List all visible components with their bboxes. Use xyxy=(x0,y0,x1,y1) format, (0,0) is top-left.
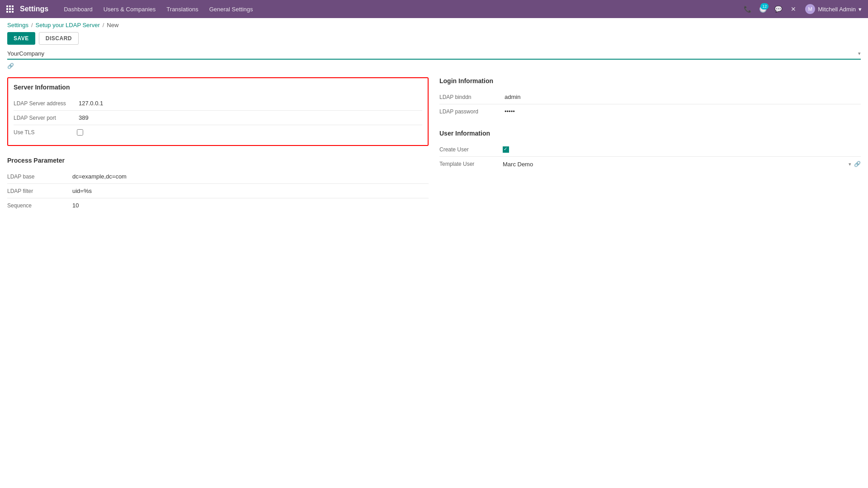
user-menu[interactable]: M Mitchell Admin ▾ xyxy=(802,3,864,15)
ldap-server-address-label: LDAP Server address xyxy=(14,100,77,107)
sequence-row: Sequence xyxy=(7,198,429,213)
clock-badge: 12 xyxy=(760,3,769,9)
close-icon[interactable]: ✕ xyxy=(787,3,800,15)
right-column: Login Information LDAP binddn LDAP passw… xyxy=(439,77,861,224)
discard-button[interactable]: DISCARD xyxy=(39,32,79,45)
ldap-password-label: LDAP password xyxy=(439,108,503,115)
svg-rect-5 xyxy=(12,8,14,10)
left-column: Server Information LDAP Server address L… xyxy=(7,77,429,224)
sequence-input[interactable] xyxy=(71,201,429,210)
company-dropdown-arrow[interactable]: ▾ xyxy=(858,51,861,56)
template-user-label: Template User xyxy=(439,161,503,167)
ldap-binddn-row: LDAP binddn xyxy=(439,90,861,104)
ldap-filter-label: LDAP filter xyxy=(7,188,71,194)
user-name: Mitchell Admin xyxy=(818,6,856,13)
ldap-binddn-input[interactable] xyxy=(503,93,861,102)
ldap-base-input[interactable] xyxy=(71,172,429,181)
sequence-label: Sequence xyxy=(7,202,71,209)
use-tls-row: Use TLS xyxy=(14,125,422,140)
ldap-base-row: LDAP base xyxy=(7,169,429,184)
svg-rect-6 xyxy=(6,11,8,13)
nav-users-companies[interactable]: Users & Companies xyxy=(99,4,160,14)
breadcrumb-current: New xyxy=(107,22,118,28)
phone-icon[interactable]: 📞 xyxy=(741,3,754,15)
ldap-server-port-input[interactable] xyxy=(77,113,422,122)
nav-translations[interactable]: Translations xyxy=(162,4,203,14)
company-selector-row: YourCompany ▾ xyxy=(7,50,861,60)
svg-rect-8 xyxy=(12,11,14,13)
svg-rect-3 xyxy=(6,8,8,10)
topnav-right-actions: 📞 🕐 12 💬 ✕ M Mitchell Admin ▾ xyxy=(741,3,864,15)
create-user-checkbox[interactable] xyxy=(503,146,509,153)
breadcrumb-setup[interactable]: Setup your LDAP Server xyxy=(36,22,100,28)
ldap-server-port-label: LDAP Server port xyxy=(14,115,77,121)
user-info-title: User Information xyxy=(439,130,861,137)
ldap-binddn-label: LDAP binddn xyxy=(439,94,503,100)
ldap-filter-input[interactable] xyxy=(71,187,429,196)
template-user-dropdown-arrow[interactable]: ▾ xyxy=(849,161,851,167)
action-bar: SAVE DISCARD xyxy=(0,30,868,50)
user-information-section: User Information Create User Template Us… xyxy=(439,130,861,171)
chat-icon[interactable]: 💬 xyxy=(772,3,784,15)
create-user-row: Create User xyxy=(439,142,861,157)
template-user-value: Marc Demo xyxy=(503,161,846,168)
use-tls-label: Use TLS xyxy=(14,129,77,136)
ldap-base-label: LDAP base xyxy=(7,174,71,180)
company-name: YourCompany xyxy=(7,50,858,57)
template-user-row: Template User Marc Demo ▾ 🔗 xyxy=(439,157,861,171)
svg-rect-7 xyxy=(9,11,11,13)
save-button[interactable]: SAVE xyxy=(7,32,35,45)
login-info-title: Login Information xyxy=(439,77,861,84)
ldap-password-input[interactable] xyxy=(503,107,861,116)
ldap-filter-row: LDAP filter xyxy=(7,184,429,198)
main-content: Server Information LDAP Server address L… xyxy=(0,74,868,227)
breadcrumb-sep-1: / xyxy=(31,22,33,28)
company-ext-link-area: 🔗 xyxy=(0,61,868,74)
use-tls-checkbox[interactable] xyxy=(77,129,83,136)
server-information-section: Server Information LDAP Server address L… xyxy=(7,77,429,146)
clock-icon[interactable]: 🕐 12 xyxy=(756,3,769,15)
ldap-server-address-input[interactable] xyxy=(77,99,422,108)
template-user-ext-link-icon[interactable]: 🔗 xyxy=(854,161,861,167)
ldap-server-port-row: LDAP Server port xyxy=(14,111,422,125)
ldap-server-address-row: LDAP Server address xyxy=(14,96,422,111)
user-dropdown-icon: ▾ xyxy=(859,6,862,13)
nav-general-settings[interactable]: General Settings xyxy=(205,4,258,14)
server-info-title: Server Information xyxy=(14,84,422,91)
breadcrumb: Settings / Setup your LDAP Server / New xyxy=(0,18,868,30)
login-information-section: Login Information LDAP binddn LDAP passw… xyxy=(439,77,861,119)
app-title: Settings xyxy=(20,5,48,13)
nav-dashboard[interactable]: Dashboard xyxy=(59,4,97,14)
avatar: M xyxy=(805,4,815,14)
svg-rect-0 xyxy=(6,5,8,7)
create-user-label: Create User xyxy=(439,146,503,153)
grid-menu-icon[interactable] xyxy=(4,3,16,15)
ldap-password-row: LDAP password xyxy=(439,104,861,119)
breadcrumb-sep-2: / xyxy=(103,22,104,28)
process-param-title: Process Parameter xyxy=(7,157,429,164)
company-external-link-icon[interactable]: 🔗 xyxy=(7,63,14,69)
top-navigation: Settings Dashboard Users & Companies Tra… xyxy=(0,0,868,18)
breadcrumb-settings[interactable]: Settings xyxy=(7,22,28,28)
process-parameter-section: Process Parameter LDAP base LDAP filter … xyxy=(7,157,429,213)
svg-rect-2 xyxy=(12,5,14,7)
svg-rect-1 xyxy=(9,5,11,7)
svg-rect-4 xyxy=(9,8,11,10)
nav-menu: Dashboard Users & Companies Translations… xyxy=(59,4,741,14)
